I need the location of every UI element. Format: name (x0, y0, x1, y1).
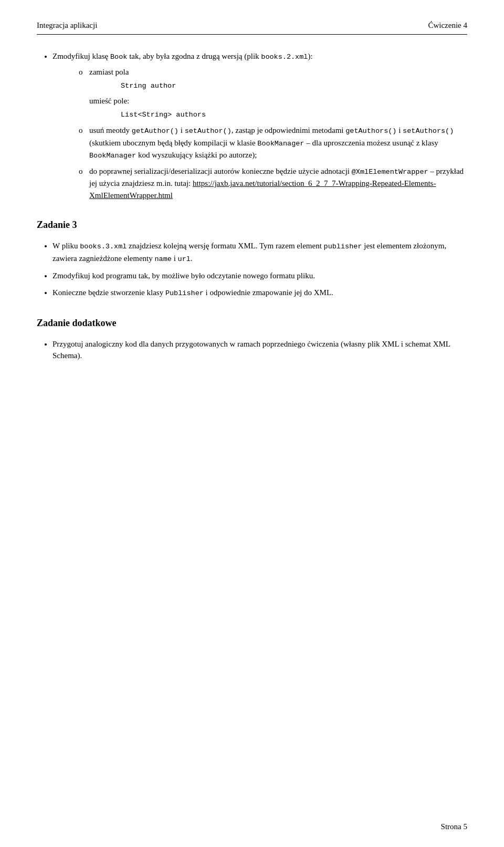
z3-b1-t1: W pliku (52, 242, 80, 250)
zadanie3-title: Zadanie 3 (37, 219, 467, 231)
sub1-code1: String author (121, 81, 467, 91)
z3-b1-code3: name (154, 255, 171, 263)
sub1-prefix: zamiast pola (89, 68, 129, 76)
z3-b3-t1: Konieczne będzie stworzenie klasy (52, 288, 165, 297)
zadanie-dodatkowe-list: Przygotuj analogiczny kod dla danych prz… (52, 338, 467, 362)
sub2-t3: , zastąp je odpowiednimi metodami (232, 126, 345, 134)
page-footer: Strona 5 (441, 822, 467, 831)
sub2-code6: BookManager (89, 152, 136, 160)
bullet1-text: Zmodyfikuj klasę Book tak, aby była zgod… (52, 52, 313, 60)
z3-b3-t2: i odpowiednie zmapowanie jej do XML. (204, 288, 333, 297)
sub2-code3: getAuthors() (345, 127, 396, 135)
zadanie3-list: W pliku books.3.xml znajdziesz kolejną w… (52, 240, 467, 299)
z3-b1-code1: books.3.xml (80, 243, 127, 250)
page: Integracja aplikacji Ćwiczenie 4 Zmodyfi… (0, 0, 504, 847)
sub2-t7: kod wyszukujący książki po autorze); (136, 151, 257, 159)
main-list: Zmodyfikuj klasę Book tak, aby była zgod… (52, 50, 467, 201)
sub2-t6: – dla uproszczenia możesz usunąć z klasy (304, 139, 438, 147)
sub2-t4: i (396, 126, 403, 134)
header-title: Integracja aplikacji (37, 21, 97, 30)
zadanie-dodatkowe-item1: Przygotuj analogiczny kod dla danych prz… (52, 338, 467, 362)
list-item-1: Zmodyfikuj klasę Book tak, aby była zgod… (52, 50, 467, 201)
sub-item-3: do poprawnej serializacji/deserializacji… (79, 165, 467, 201)
page-header: Integracja aplikacji Ćwiczenie 4 (37, 21, 467, 35)
sub-item-2: usuń meotdy getAuthor() i setAuthor(), z… (79, 124, 467, 161)
sub1-mid: umieść pole: (89, 97, 129, 105)
sub2-code5: BookManager (257, 140, 304, 148)
zadanie-dodatkowe-title: Zadanie dodatkowe (37, 318, 467, 329)
z3-b1-code2: publisher (324, 243, 362, 250)
z3-b1-t4: i (172, 254, 178, 263)
sub2-code1: getAuthor() (132, 127, 178, 135)
sub-list: zamiast pola String author umieść pole: … (79, 66, 467, 202)
code-books-xml: books.2.xml (261, 53, 308, 61)
sub2-t2: i (178, 126, 185, 134)
zadanie3-item2: Zmodyfikuj kod programu tak, by możliwe … (52, 270, 467, 282)
zadanie3-item1: W pliku books.3.xml znajdziesz kolejną w… (52, 240, 467, 265)
code-Book: Book (110, 53, 127, 61)
sub2-code4: setAuthors() (403, 127, 454, 135)
z3-b1-t2: znajdziesz kolejną wersję formatu XML. T… (127, 242, 323, 250)
sub2-t5: (skutkiem ubocznym będą błędy kompilacji… (89, 139, 257, 147)
z3-b1-t5: . (191, 254, 193, 263)
header-exercise: Ćwiczenie 4 (428, 21, 467, 30)
sub3-t1: do poprawnej serializacji/deserializacji… (89, 167, 352, 175)
sub-item-1: zamiast pola String author umieść pole: … (79, 66, 467, 121)
zadanie3-item3: Konieczne będzie stworzenie klasy Publis… (52, 287, 467, 299)
sub2-code2: setAuthor() (185, 127, 232, 135)
sub2-t1: usuń meotdy (89, 126, 132, 134)
sub3-code1: @XmlElementWrapper (352, 168, 428, 176)
main-content: Zmodyfikuj klasę Book tak, aby była zgod… (37, 50, 467, 362)
sub1-code2: List<String> authors (121, 110, 467, 120)
z3-b3-code1: Publisher (165, 289, 204, 297)
z3-b1-code4: url (178, 255, 191, 263)
